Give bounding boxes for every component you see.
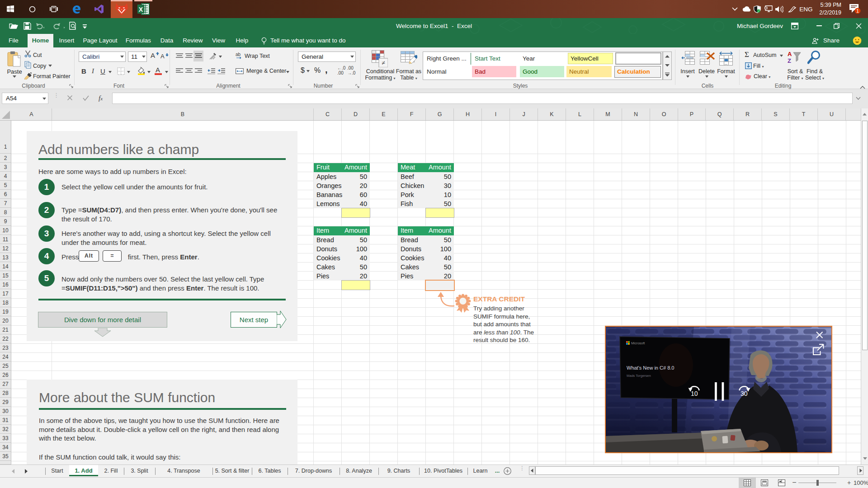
svg-text:What's New in C# 8.0: What's New in C# 8.0	[627, 365, 674, 371]
svg-text:ab: ab	[236, 52, 241, 57]
svg-text:30: 30	[741, 390, 748, 397]
svg-text:Z: Z	[788, 57, 791, 64]
svg-text:≠: ≠	[382, 60, 385, 66]
svg-text:X: X	[138, 6, 143, 13]
svg-text:Mads Torgersen: Mads Torgersen	[627, 374, 651, 378]
svg-text:Microsoft: Microsoft	[631, 341, 645, 345]
svg-text:1: 1	[856, 8, 859, 14]
svg-text:A: A	[788, 51, 792, 57]
svg-text:10: 10	[691, 390, 698, 397]
